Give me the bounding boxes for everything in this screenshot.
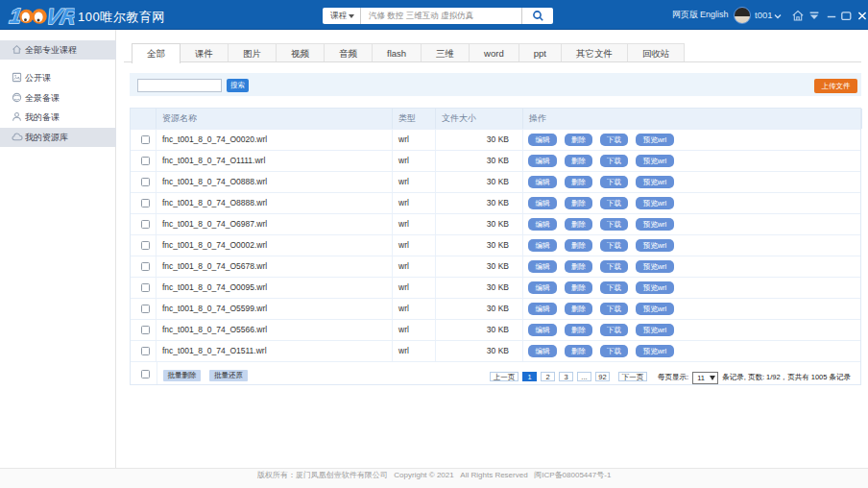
svg-text:VR: VR xyxy=(43,4,75,29)
